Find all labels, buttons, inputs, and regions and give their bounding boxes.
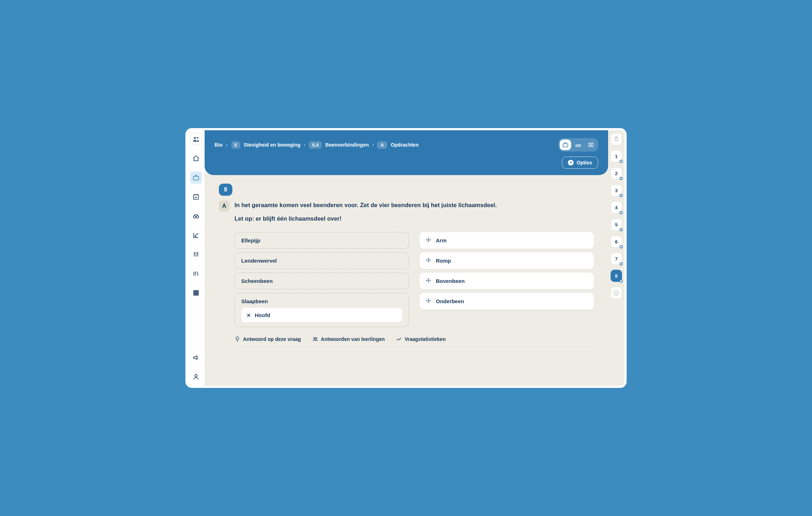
question-head: A In het geraamte komen veel beenderen v…: [219, 200, 594, 223]
crumb-chapter-num[interactable]: 5: [231, 141, 240, 149]
drag-item[interactable]: Romp: [420, 252, 594, 269]
status-dot: [619, 228, 623, 231]
group-icon[interactable]: [190, 133, 202, 145]
question-nav-item[interactable]: 2: [611, 167, 622, 179]
drag-item-label: Arm: [436, 237, 447, 243]
done-check-icon[interactable]: [611, 287, 622, 299]
drag-item-label: Romp: [436, 258, 451, 264]
grid-icon[interactable]: [190, 287, 202, 299]
briefcase-icon[interactable]: [190, 172, 202, 184]
chevron-right-icon: ›: [226, 142, 228, 147]
question-footer-links: Antwoord op deze vraag Antwoorden van le…: [234, 336, 594, 347]
status-dot: [619, 194, 623, 197]
placed-item[interactable]: ✕Hoofd: [241, 308, 402, 322]
question-number-badge: 8: [219, 184, 232, 196]
student-answers-link[interactable]: Antwoorden van leerlingen: [312, 336, 385, 342]
question-nav-item[interactable]: 1: [611, 150, 622, 162]
svg-rect-15: [195, 294, 196, 295]
mode-briefcase-button[interactable]: [560, 139, 571, 150]
svg-rect-18: [563, 144, 568, 147]
question-nav-item[interactable]: 3: [611, 184, 622, 196]
library-icon[interactable]: [190, 268, 202, 280]
main: Bio › 5 Stevigheid en beweging › 5.4 Bee…: [205, 130, 608, 386]
svg-point-24: [315, 337, 317, 339]
crumb-section-num[interactable]: 5.4: [309, 141, 322, 149]
answer-link[interactable]: Antwoord op deze vraag: [234, 336, 301, 342]
columns-icon[interactable]: [190, 248, 202, 260]
svg-point-7: [195, 236, 196, 237]
dropzone-label: Lendenwervel: [241, 258, 402, 264]
svg-rect-10: [197, 290, 198, 291]
drag-item-label: Bovenbeen: [436, 278, 465, 284]
question-nav-item[interactable]: 5: [611, 218, 622, 231]
view-mode-toggle: [558, 138, 598, 152]
svg-rect-13: [197, 292, 198, 293]
clipboard-icon[interactable]: [611, 133, 622, 145]
svg-rect-0: [194, 177, 199, 180]
move-icon: [426, 298, 431, 304]
status-dot: [619, 245, 623, 248]
dropzone[interactable]: Ellepijp: [234, 232, 409, 249]
question-nav-item[interactable]: 7: [611, 253, 622, 265]
status-dot: [619, 211, 623, 214]
crumb-chapter-title[interactable]: Stevigheid en beweging: [244, 142, 300, 148]
binoculars-icon[interactable]: [190, 210, 202, 222]
drag-item[interactable]: Arm: [420, 232, 594, 249]
chevron-right-icon: ›: [304, 142, 305, 147]
svg-rect-16: [197, 294, 198, 295]
chevron-down-icon: ▾: [568, 160, 574, 165]
question-nav-item[interactable]: 8: [611, 270, 622, 282]
answer-link-label: Antwoord op deze vraag: [243, 336, 301, 342]
options-label: Opties: [576, 160, 592, 165]
svg-point-5: [196, 235, 197, 235]
svg-point-17: [195, 374, 197, 377]
drag-item[interactable]: Bovenbeen: [420, 273, 594, 289]
sidebar-left: [188, 130, 205, 386]
dropzone-label: Scheenbeen: [241, 278, 402, 284]
drag-item-label: Onderbeen: [436, 298, 464, 304]
svg-rect-12: [195, 292, 196, 293]
megaphone-icon[interactable]: [190, 352, 202, 364]
crumb-part-title[interactable]: Opdrachten: [391, 142, 419, 148]
crumb-section-title[interactable]: Beenverbindingen: [325, 142, 369, 148]
svg-point-6: [197, 233, 198, 234]
calendar-check-icon[interactable]: [190, 191, 202, 203]
svg-point-23: [313, 337, 315, 339]
dropzone-label: Ellepijp: [241, 237, 402, 243]
home-icon[interactable]: [190, 152, 202, 164]
mode-columns-button[interactable]: [585, 139, 597, 150]
student-answers-label: Antwoorden van leerlingen: [321, 336, 385, 342]
question-letter-badge: A: [219, 201, 230, 211]
mode-binoculars-button[interactable]: [573, 139, 584, 150]
crumb-part-letter[interactable]: A: [377, 141, 387, 149]
options-button[interactable]: ▾ Opties: [562, 157, 598, 169]
sidebar-right: 12345678: [608, 130, 624, 386]
chart-scatter-icon[interactable]: [190, 229, 202, 241]
dropzone[interactable]: Slaapbeen✕Hoofd: [234, 293, 409, 327]
dropzone[interactable]: Lendenwervel: [234, 252, 409, 269]
breadcrumb: Bio › 5 Stevigheid en beweging › 5.4 Bee…: [215, 141, 418, 149]
remove-icon[interactable]: ✕: [246, 312, 251, 318]
header: Bio › 5 Stevigheid en beweging › 5.4 Bee…: [205, 130, 608, 175]
drag-match-area: EllepijpLendenwervelScheenbeenSlaapbeen✕…: [234, 232, 594, 327]
drag-item[interactable]: Onderbeen: [420, 293, 594, 310]
crumb-subject[interactable]: Bio: [215, 142, 223, 148]
dropzones: EllepijpLendenwervelScheenbeenSlaapbeen✕…: [234, 232, 409, 327]
app-frame: Bio › 5 Stevigheid en beweging › 5.4 Bee…: [185, 128, 627, 388]
avatar-icon[interactable]: [190, 371, 202, 383]
svg-rect-11: [194, 292, 195, 293]
question-nav-item[interactable]: 4: [611, 201, 622, 214]
dropzone[interactable]: Scheenbeen: [234, 273, 409, 289]
svg-point-19: [576, 144, 578, 147]
svg-rect-8: [194, 290, 195, 291]
status-dot: [619, 279, 623, 283]
stats-link[interactable]: Vraagstatistieken: [396, 336, 445, 342]
svg-rect-21: [589, 143, 591, 147]
question-nav-item[interactable]: 6: [611, 236, 622, 248]
svg-rect-22: [592, 143, 594, 147]
status-dot: [619, 262, 623, 265]
svg-rect-14: [194, 294, 195, 295]
stats-label: Vraagstatistieken: [405, 336, 445, 342]
question-text: In het geraamte komen veel beenderen voo…: [234, 200, 497, 223]
content: 8 A In het geraamte komen veel beenderen…: [205, 175, 608, 354]
